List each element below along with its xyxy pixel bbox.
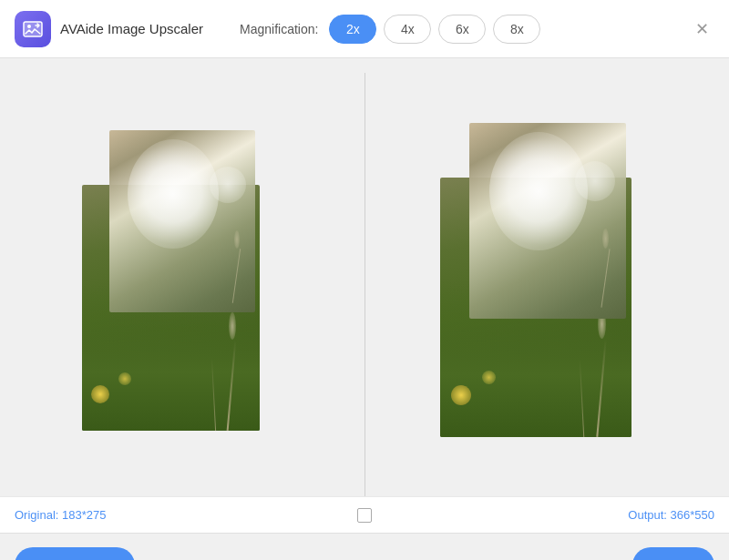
svg-rect-0 [24, 22, 42, 36]
mag-6x-button[interactable]: 6x [438, 15, 486, 44]
app-title: AVAide Image Upscaler [60, 21, 203, 36]
mag-8x-button[interactable]: 8x [493, 15, 540, 44]
main-area [0, 58, 729, 496]
output-dimensions: Output: 366*550 [628, 508, 714, 522]
magnification-label: Magnification: [240, 22, 318, 36]
title-bar: AVAide Image Upscaler Magnification: 2x … [0, 0, 729, 58]
action-bar: New Image Save [0, 533, 729, 560]
svg-point-1 [27, 25, 31, 28]
info-bar: Original: 183*275 Output: 366*550 [0, 496, 729, 533]
mag-4x-button[interactable]: 4x [384, 15, 431, 44]
magnification-buttons: 2x 4x 6x 8x [329, 15, 540, 44]
close-button[interactable]: ✕ [689, 16, 714, 42]
save-button[interactable]: Save [632, 547, 714, 561]
original-panel [0, 73, 364, 496]
compare-icon-container [357, 508, 372, 523]
app-logo [15, 11, 51, 47]
new-image-button[interactable]: New Image [15, 547, 135, 561]
output-panel [365, 73, 730, 496]
mag-2x-button[interactable]: 2x [329, 15, 376, 44]
compare-icon [357, 508, 372, 523]
original-dimensions: Original: 183*275 [15, 508, 106, 522]
